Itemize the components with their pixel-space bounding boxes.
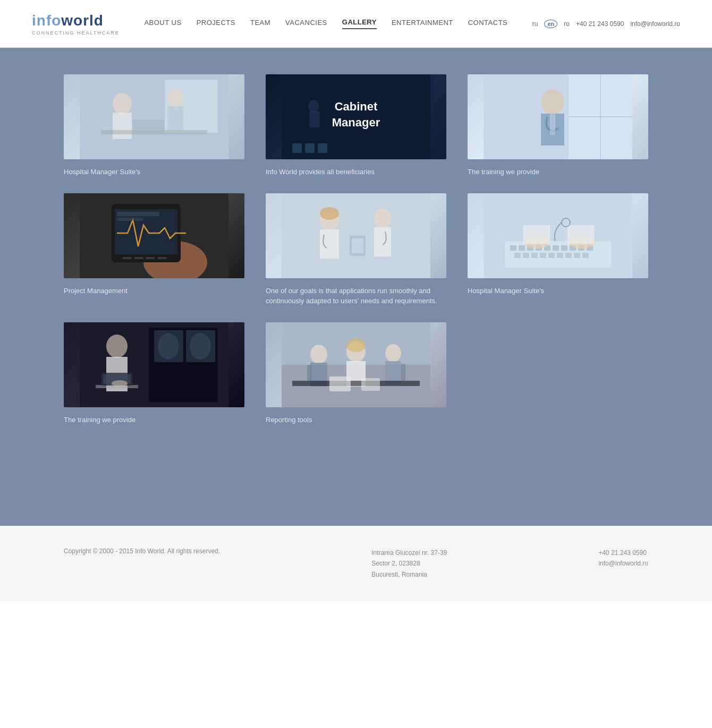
svg-rect-43 — [510, 245, 516, 251]
gallery-image-cabinet-manager[interactable]: Cabinet Manager — [266, 74, 446, 159]
svg-point-78 — [112, 380, 128, 387]
gallery-caption: The training we provide — [64, 415, 244, 425]
svg-point-72 — [190, 333, 211, 359]
gallery-grid: Hospital Manager Suite's Cabinet Manager — [64, 74, 648, 425]
svg-point-2 — [113, 93, 132, 114]
lang-ru[interactable]: ru — [532, 20, 538, 28]
svg-rect-27 — [117, 212, 159, 216]
gallery-image-medical-meeting[interactable] — [64, 74, 244, 159]
footer-copyright: Copyright © 2000 - 2015 Info World. All … — [64, 547, 220, 555]
svg-text:Cabinet: Cabinet — [335, 100, 378, 113]
svg-rect-38 — [374, 227, 391, 256]
footer-address-line2: Sector 2, 023828 — [371, 558, 447, 569]
logo: infoworld CONNECTING HEALTHCARE — [32, 12, 120, 36]
svg-rect-53 — [514, 253, 521, 258]
svg-rect-88 — [292, 381, 420, 386]
svg-rect-89 — [329, 376, 351, 391]
gallery-image-xray-doctor[interactable] — [64, 322, 244, 407]
gallery-item: The training we provide — [468, 74, 648, 177]
gallery-caption: Hospital Manager Suite's — [468, 286, 648, 296]
svg-rect-32 — [157, 257, 167, 259]
nav-gallery[interactable]: GALLERY — [342, 18, 377, 29]
svg-rect-90 — [361, 378, 380, 391]
svg-rect-44 — [519, 245, 525, 251]
gallery-item: Project Management — [64, 193, 244, 306]
svg-rect-91 — [307, 365, 311, 381]
logo-tagline: CONNECTING HEALTHCARE — [32, 30, 120, 36]
gallery-caption: Project Management — [64, 286, 244, 296]
phone-number: +40 21 243 0590 — [576, 20, 624, 28]
svg-rect-64 — [523, 225, 550, 244]
gallery-item: Hospital Manager Suite's — [468, 193, 648, 306]
svg-point-71 — [158, 333, 179, 359]
svg-rect-40 — [352, 238, 363, 253]
svg-rect-6 — [101, 130, 207, 134]
svg-rect-15 — [318, 143, 327, 153]
svg-rect-35 — [320, 229, 339, 259]
svg-rect-22 — [550, 114, 555, 135]
gallery-image-typing-doctor[interactable] — [468, 193, 648, 278]
svg-rect-31 — [146, 257, 155, 259]
svg-point-9 — [308, 100, 319, 113]
svg-rect-13 — [292, 143, 302, 153]
gallery-caption: Reporting tools — [266, 415, 446, 425]
svg-rect-28 — [117, 218, 143, 221]
footer-email: info@infoworld.ro — [598, 558, 648, 569]
svg-rect-92 — [401, 364, 405, 381]
header-right: ru en ro +40 21 243 0590 info@infoworld.… — [532, 20, 680, 28]
footer-phone: +40 21 243 0590 — [598, 547, 648, 558]
footer-contact: +40 21 243 0590 info@infoworld.ro — [598, 547, 648, 569]
svg-rect-5 — [167, 106, 183, 130]
svg-rect-7 — [133, 119, 165, 130]
svg-point-73 — [106, 335, 128, 358]
gallery-image-doctors-consult[interactable] — [266, 193, 446, 278]
svg-rect-3 — [113, 113, 132, 139]
nav-projects[interactable]: PROJECTS — [197, 19, 235, 29]
svg-rect-59 — [565, 253, 572, 258]
nav-entertainment[interactable]: ENTERTAINMENT — [392, 19, 453, 29]
svg-point-86 — [385, 344, 401, 362]
svg-rect-57 — [548, 253, 555, 258]
svg-rect-56 — [540, 253, 546, 258]
svg-rect-60 — [574, 253, 580, 258]
nav-vacancies[interactable]: VACANCIES — [285, 19, 327, 29]
footer-address: Intrarea Glucozei nr. 37-39 Sector 2, 02… — [371, 547, 447, 580]
nav-contacts[interactable]: CONTACTS — [468, 19, 508, 29]
svg-rect-30 — [134, 257, 143, 259]
gallery-item: Cabinet Manager Info World provides all … — [266, 74, 446, 177]
svg-text:Manager: Manager — [332, 116, 380, 129]
gallery-image-meeting-office[interactable] — [266, 322, 446, 407]
gallery-caption: Info World provides all beneficiaries — [266, 167, 446, 177]
svg-point-36 — [320, 207, 339, 220]
footer-address-line1: Intrarea Glucozei nr. 37-39 — [371, 547, 447, 558]
svg-rect-49 — [561, 245, 567, 251]
svg-point-85 — [346, 338, 366, 352]
main-content: Hospital Manager Suite's Cabinet Manager — [0, 48, 712, 526]
svg-rect-10 — [309, 112, 320, 127]
site-footer: Copyright © 2000 - 2015 Info World. All … — [0, 526, 712, 601]
gallery-caption: Hospital Manager Suite's — [64, 167, 244, 177]
svg-rect-48 — [553, 245, 559, 251]
gallery-item: The training we provide — [64, 322, 244, 425]
svg-rect-54 — [523, 253, 529, 258]
svg-point-37 — [374, 209, 391, 228]
main-nav: ABOUT US PROJECTS TEAM VACANCIES GALLERY… — [144, 18, 507, 29]
svg-rect-29 — [122, 257, 132, 259]
svg-rect-65 — [567, 225, 594, 244]
gallery-item: One of our goals is that applications ru… — [266, 193, 446, 306]
svg-rect-58 — [557, 253, 563, 258]
svg-point-81 — [310, 345, 327, 364]
email-address: info@infoworld.ro — [630, 20, 680, 28]
gallery-caption: One of our goals is that applications ru… — [266, 286, 446, 306]
footer-address-line3: Bucuresti, Romania — [371, 569, 447, 580]
lang-ro[interactable]: ro — [564, 20, 570, 28]
svg-point-20 — [541, 89, 564, 115]
nav-about[interactable]: ABOUT US — [144, 19, 181, 29]
lang-en-active[interactable]: en — [544, 20, 557, 28]
language-selector: ru en ro +40 21 243 0590 info@infoworld.… — [532, 20, 680, 28]
gallery-image-phone-ecg[interactable] — [64, 193, 244, 278]
svg-point-4 — [167, 89, 183, 107]
gallery-image-doctor-window[interactable] — [468, 74, 648, 159]
nav-team[interactable]: TEAM — [250, 19, 270, 29]
gallery-item: Hospital Manager Suite's — [64, 74, 244, 177]
